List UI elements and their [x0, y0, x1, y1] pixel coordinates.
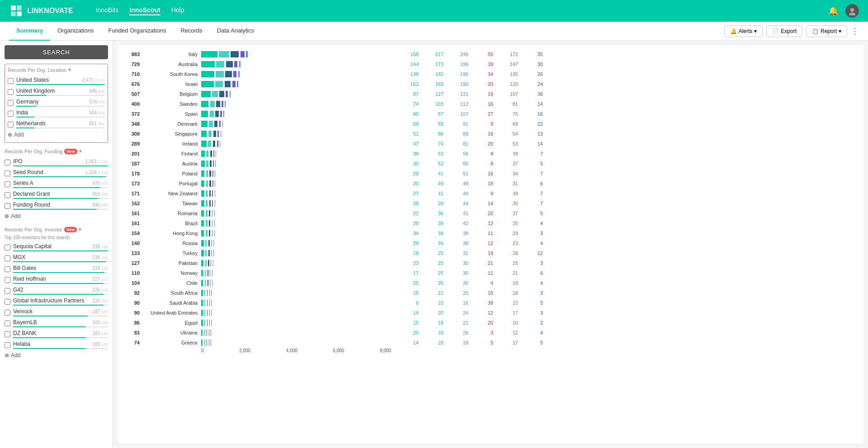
user-avatar[interactable]: [845, 4, 859, 18]
filter-checkbox[interactable]: [8, 78, 14, 84]
list-item[interactable]: MGX 234 234: [5, 253, 108, 264]
filter-checkbox[interactable]: [8, 89, 14, 95]
notification-bell-icon[interactable]: 🔔: [828, 6, 838, 16]
filter-checkbox[interactable]: [5, 181, 10, 187]
filter-checkbox[interactable]: [8, 111, 14, 117]
add-funding-filter[interactable]: ⊕ Add: [5, 211, 108, 221]
list-item[interactable]: DZ BANK 183 183: [5, 329, 108, 340]
filter-checkbox[interactable]: [5, 203, 10, 209]
filter-checkbox[interactable]: [5, 277, 10, 283]
filter-header-funding[interactable]: Records Per Org. Funding New ▾: [5, 148, 108, 154]
filter-checkbox[interactable]: [5, 192, 10, 198]
add-investor-filter[interactable]: ⊕ Add: [5, 350, 108, 360]
filter-item-count: 234 234: [93, 255, 108, 260]
bar-rank: 348: [122, 121, 142, 127]
filter-bar-container: [13, 294, 108, 295]
list-item[interactable]: India 504 504: [8, 108, 105, 119]
tab-summary[interactable]: Summary: [9, 22, 50, 41]
stat-4: 10: [470, 290, 495, 296]
list-item[interactable]: Netherlands 501 501: [8, 119, 105, 130]
filter-bar: [13, 283, 104, 284]
list-item[interactable]: Seed Round 1,028 1,028: [5, 168, 108, 179]
table-row: 883 Italy 158 217 246 55 172 35: [122, 50, 859, 59]
stat-3: 190: [445, 81, 470, 87]
list-item[interactable]: G42 226 226: [5, 285, 108, 296]
stat-4: 20: [470, 320, 495, 325]
search-button[interactable]: SEARCH: [5, 45, 108, 59]
list-item[interactable]: Bill Gates 229 229: [5, 264, 108, 274]
filter-header-investor[interactable]: Records Per Org. Investor New ▾: [5, 226, 108, 232]
filter-checkbox[interactable]: [8, 122, 14, 127]
tab-organizations[interactable]: Organizations: [50, 22, 101, 41]
list-item[interactable]: Series A 970 970: [5, 179, 108, 189]
list-item[interactable]: Sequoia Capital 238 238: [5, 242, 108, 253]
list-item[interactable]: United States 2,471 2,471: [8, 75, 105, 86]
bar-rank: 92: [122, 290, 142, 296]
chart-container: 883 Italy 158 217 246 55 172 35 729 Aust…: [118, 45, 863, 443]
nav-help[interactable]: Help: [171, 6, 184, 15]
filter-header-location[interactable]: Records Per Org. Location ▾: [8, 67, 105, 73]
filter-checkbox[interactable]: [5, 331, 10, 337]
filter-checkbox[interactable]: [5, 245, 10, 250]
filter-checkbox[interactable]: [8, 100, 14, 106]
list-item[interactable]: Germany 574 574: [8, 97, 105, 108]
more-options-icon[interactable]: ⋮: [851, 26, 859, 36]
logo[interactable]: LINKNOVATE: [9, 4, 73, 18]
list-item[interactable]: Global Infrastructure Partners 226 226: [5, 296, 108, 307]
list-item[interactable]: Helaba 183 183: [5, 340, 108, 350]
filter-checkbox[interactable]: [5, 255, 10, 261]
tab-data-analytics[interactable]: Data Analytics: [210, 22, 261, 41]
stat-2: 25: [420, 260, 445, 266]
stat-3: 21: [445, 320, 470, 325]
list-item[interactable]: IPO 1,053 1,053: [5, 157, 108, 168]
add-location-filter[interactable]: ⊕ Add: [8, 130, 105, 140]
bar-stats: 69 89 91 9 68 22: [396, 121, 567, 127]
filter-item-count: 229 229: [93, 266, 108, 271]
bar-stats: 27 41 49 9 38 7: [396, 191, 567, 196]
filter-checkbox[interactable]: [5, 321, 10, 326]
stat-5: 147: [495, 61, 520, 67]
tab-funded-organizations[interactable]: Funded Organizations: [101, 22, 173, 41]
bar-area: [201, 330, 391, 336]
bar-rank: 173: [122, 181, 142, 186]
list-item[interactable]: BayernLB 183 183: [5, 318, 108, 329]
report-button[interactable]: 📋 Report ▾: [806, 25, 847, 37]
stat-5: 19: [495, 280, 520, 286]
filter-checkbox[interactable]: [5, 342, 10, 348]
alerts-button[interactable]: 🔔 Alerts ▾: [724, 25, 763, 37]
list-item[interactable]: United Kingdom 846 846: [8, 86, 105, 97]
export-button[interactable]: 📄 Export: [766, 25, 802, 37]
table-row: 173 Portugal 20 49 49 18 31 6: [122, 179, 859, 188]
bar-area: [201, 51, 391, 57]
table-row: 104 Chile 25 26 26 4 19 4: [122, 278, 859, 288]
filter-checkbox[interactable]: [5, 266, 10, 272]
stat-1: 47: [396, 141, 420, 146]
filter-item-count: 953 953: [93, 192, 108, 197]
stat-3: 196: [445, 61, 470, 67]
tab-records[interactable]: Records: [173, 22, 209, 41]
nav-innoscout[interactable]: InnoScout: [129, 6, 160, 15]
filter-checkbox[interactable]: [5, 170, 10, 176]
stat-3: 38: [445, 231, 470, 236]
chart-scroll[interactable]: 883 Italy 158 217 246 55 172 35 729 Aust…: [118, 45, 863, 443]
funding-filter-items: IPO 1,053 1,053 Seed Round 1,028 1,028: [5, 157, 108, 211]
filter-checkbox[interactable]: [5, 160, 10, 165]
list-item[interactable]: Venrock 187 187: [5, 307, 108, 318]
table-row: 171 New Zealand 27 41 49 9 38 7: [122, 189, 859, 198]
stat-4: 16: [470, 101, 495, 107]
bar-stats: 29 39 42 12 35 4: [396, 221, 567, 226]
list-item[interactable]: Declared Grant 953 953: [5, 189, 108, 200]
list-item[interactable]: Reid Hoffman 227 227: [5, 274, 108, 285]
filter-checkbox[interactable]: [5, 288, 10, 294]
list-item[interactable]: Funding Round 930 930: [5, 200, 108, 211]
stat-3: 131: [445, 91, 470, 97]
filter-checkbox[interactable]: [5, 299, 10, 305]
bar-area: [201, 180, 391, 187]
stat-5: 12: [495, 330, 520, 335]
filter-checkbox[interactable]: [5, 310, 10, 316]
filter-bar: [13, 326, 86, 327]
filter-bar: [13, 209, 97, 210]
filter-bar-container: [13, 337, 108, 338]
filter-label-funding: Records Per Org. Funding: [5, 149, 62, 154]
nav-innobits[interactable]: InnoBits: [96, 6, 119, 15]
